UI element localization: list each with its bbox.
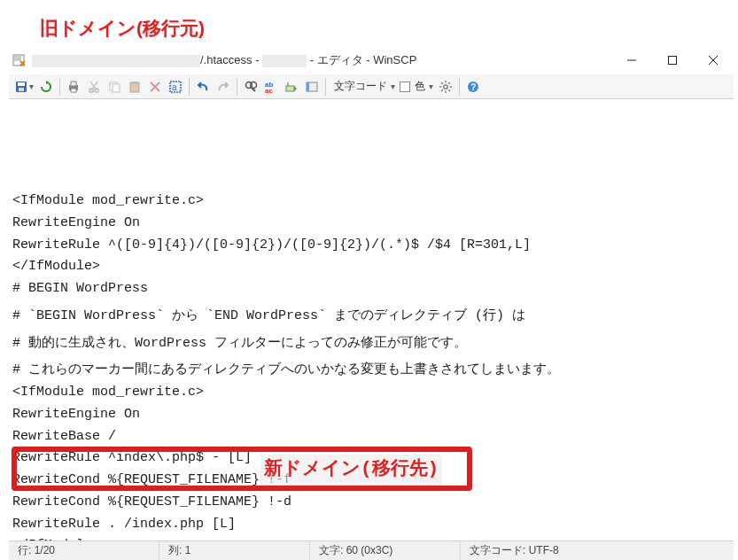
color-label: 色	[412, 79, 428, 94]
app-icon	[12, 53, 27, 67]
bookmark-button[interactable]	[302, 77, 322, 97]
svg-line-39	[448, 82, 450, 84]
svg-point-32	[444, 84, 447, 88]
editor-line: # BEGIN WordPress	[12, 278, 730, 300]
editor-window: /.htaccess - - エディタ - WinSCP ▾ a abac 文字…	[9, 46, 734, 560]
color-swatch-icon	[400, 82, 410, 92]
editor-line: # `BEGIN WordPress` から `END WordPress` ま…	[12, 306, 730, 328]
masked-path	[32, 55, 200, 67]
window-title: /.htaccess - - エディタ - WinSCP	[32, 52, 611, 68]
toolbar-separator	[59, 78, 60, 96]
redo-button[interactable]	[214, 77, 233, 97]
editor-line: # これらのマーカー間にあるディレクティブへのいかなる変更も上書きされてしまいま…	[12, 360, 730, 382]
svg-line-40	[441, 89, 443, 91]
close-button[interactable]	[693, 46, 734, 74]
title-suffix: - エディタ - WinSCP	[307, 53, 416, 66]
editor-line: RewriteRule . /index.php [L]	[12, 514, 730, 536]
maximize-button[interactable]	[652, 46, 693, 74]
title-path-part: /.htaccess -	[200, 53, 262, 66]
editor-line: RewriteEngine On	[12, 213, 730, 235]
toolbar-separator	[237, 78, 237, 96]
editor-line: # 動的に生成され、WordPress フィルターによってのみ修正が可能です。	[12, 333, 730, 355]
help-button[interactable]: ?	[463, 77, 483, 97]
status-char: 文字: 60 (0x3C)	[310, 541, 461, 560]
svg-line-14	[90, 82, 97, 90]
dropdown-icon: ▾	[429, 82, 433, 91]
svg-rect-16	[113, 84, 120, 92]
copy-button[interactable]	[105, 77, 124, 97]
print-button[interactable]	[64, 77, 83, 97]
dropdown-icon: ▾	[29, 82, 34, 91]
svg-text:?: ?	[470, 82, 476, 92]
color-menu[interactable]: 色▾	[398, 77, 435, 97]
annotation-new-domain: 新ドメイン(移行先)	[260, 455, 442, 486]
svg-point-25	[251, 82, 257, 88]
svg-line-37	[441, 82, 443, 84]
undo-button[interactable]	[193, 77, 213, 97]
status-line: 行: 1/20	[9, 541, 159, 560]
minimize-button[interactable]	[611, 46, 652, 74]
delete-button[interactable]	[145, 77, 165, 97]
text-editor[interactable]: 新ドメイン(移行先) <IfModule mod_rewrite.c>Rewri…	[9, 99, 734, 541]
status-encoding: 文字コード: UTF-8	[461, 541, 734, 560]
encoding-label: 文字コード	[331, 79, 390, 94]
cut-button[interactable]	[84, 77, 104, 97]
replace-button[interactable]: abac	[261, 77, 281, 97]
toolbar-separator	[189, 78, 190, 96]
editor-line: RewriteCond %{REQUEST_FILENAME} !-d	[12, 492, 730, 514]
encoding-menu[interactable]: 文字コード▾	[330, 77, 397, 97]
svg-rect-18	[132, 82, 137, 84]
editor-line: <IfModule mod_rewrite.c>	[12, 191, 730, 213]
svg-text:ac: ac	[265, 87, 273, 94]
svg-text:a: a	[172, 82, 177, 92]
masked-name	[262, 55, 307, 67]
dropdown-icon: ▾	[391, 82, 395, 91]
svg-rect-10	[71, 89, 76, 92]
svg-rect-28	[286, 86, 294, 91]
settings-button[interactable]	[436, 77, 455, 97]
svg-line-38	[448, 89, 450, 91]
window-controls	[611, 46, 734, 74]
editor-line: RewriteEngine On	[12, 404, 730, 426]
svg-rect-31	[307, 82, 309, 91]
status-bar: 行: 1/20 列: 1 文字: 60 (0x3C) 文字コード: UTF-8	[9, 541, 734, 560]
paste-button[interactable]	[125, 77, 144, 97]
svg-line-13	[91, 82, 97, 90]
svg-rect-7	[19, 88, 24, 91]
svg-rect-6	[18, 82, 25, 86]
annotation-old-domain: 旧ドメイン(移行元)	[40, 16, 205, 41]
status-column: 列: 1	[159, 541, 310, 560]
title-bar: /.htaccess - - エディタ - WinSCP	[9, 46, 734, 74]
goto-button[interactable]	[282, 77, 301, 97]
svg-rect-2	[669, 57, 677, 65]
reload-button[interactable]	[36, 77, 56, 97]
toolbar-separator	[459, 78, 460, 96]
select-all-button[interactable]: a	[166, 77, 185, 97]
editor-line: <IfModule mod_rewrite.c>	[12, 382, 730, 404]
svg-rect-9	[71, 82, 76, 86]
toolbar: ▾ a abac 文字コード▾ 色▾ ?	[9, 74, 734, 99]
editor-line: </IfModule>	[12, 256, 730, 278]
save-button[interactable]: ▾	[12, 77, 35, 97]
editor-line: RewriteRule ^([0-9]{4})/([0-9]{2})/([0-9…	[12, 235, 730, 257]
toolbar-separator	[325, 78, 326, 96]
editor-line: RewriteBase /	[12, 426, 730, 448]
editor-line: </IfModule>	[12, 535, 730, 541]
find-button[interactable]	[241, 77, 260, 97]
